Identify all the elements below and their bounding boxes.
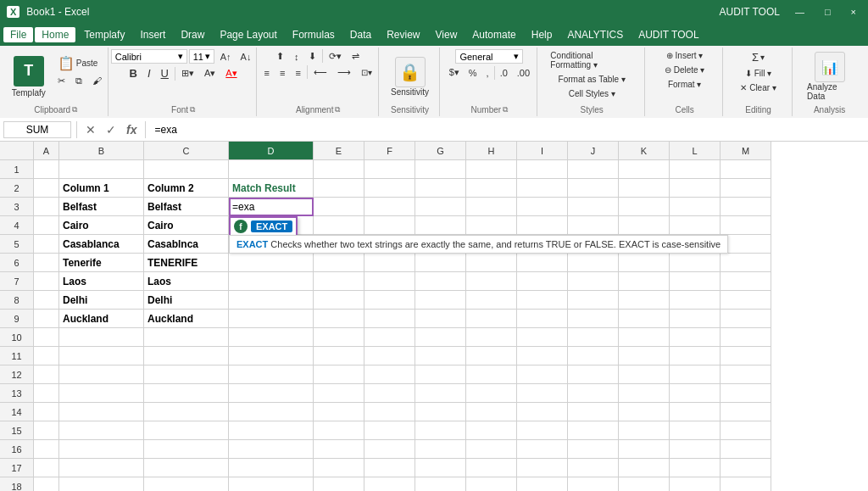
cell-F10[interactable] bbox=[364, 328, 415, 347]
cell-H12[interactable] bbox=[466, 365, 517, 384]
cell-A9[interactable] bbox=[34, 310, 59, 328]
cell-K12[interactable] bbox=[619, 365, 670, 384]
cell-I1[interactable] bbox=[517, 160, 568, 179]
cell-L7[interactable] bbox=[670, 272, 721, 291]
row-header-1[interactable]: 1 bbox=[0, 160, 34, 179]
cell-A10[interactable] bbox=[34, 328, 59, 347]
cell-styles-button[interactable]: Cell Styles ▾ bbox=[565, 87, 620, 100]
cell-I14[interactable] bbox=[517, 403, 568, 421]
cell-A14[interactable] bbox=[34, 403, 59, 421]
col-header-e[interactable]: E bbox=[314, 142, 364, 160]
cell-G15[interactable] bbox=[415, 421, 466, 440]
cell-B15[interactable] bbox=[59, 421, 144, 440]
cell-J1[interactable] bbox=[568, 160, 619, 179]
cell-E13[interactable] bbox=[314, 384, 364, 403]
cell-F2[interactable] bbox=[364, 179, 415, 198]
minimize-btn[interactable]: — bbox=[790, 7, 810, 17]
col-header-h[interactable]: H bbox=[466, 142, 517, 160]
cell-G6[interactable] bbox=[415, 254, 466, 272]
row-header-16[interactable]: 16 bbox=[0, 440, 34, 459]
cell-F17[interactable] bbox=[364, 459, 415, 477]
menu-automate[interactable]: Automate bbox=[465, 27, 522, 42]
row-header-10[interactable]: 10 bbox=[0, 328, 34, 347]
cell-A4[interactable] bbox=[34, 216, 59, 235]
row-header-7[interactable]: 7 bbox=[0, 272, 34, 291]
cell-A12[interactable] bbox=[34, 365, 59, 384]
cell-D6[interactable] bbox=[229, 254, 314, 272]
cell-J12[interactable] bbox=[568, 365, 619, 384]
row-header-4[interactable]: 4 bbox=[0, 216, 34, 235]
col-header-f[interactable]: F bbox=[364, 142, 415, 160]
insert-cells-button[interactable]: ⊕ Insert ▾ bbox=[662, 49, 708, 62]
cell-L9[interactable] bbox=[670, 310, 721, 328]
clear-button[interactable]: ✕ Clear ▾ bbox=[736, 81, 780, 94]
cell-L10[interactable] bbox=[670, 328, 721, 347]
row-header-17[interactable]: 17 bbox=[0, 459, 34, 477]
cell-J15[interactable] bbox=[568, 421, 619, 440]
col-header-i[interactable]: I bbox=[517, 142, 568, 160]
cell-I12[interactable] bbox=[517, 365, 568, 384]
menu-audit-tool[interactable]: AUDIT TOOL bbox=[632, 27, 705, 42]
font-size-select[interactable]: 11▾ bbox=[189, 49, 214, 64]
cell-F7[interactable] bbox=[364, 272, 415, 291]
italic-button[interactable]: I bbox=[143, 65, 155, 81]
cell-J10[interactable] bbox=[568, 328, 619, 347]
cell-E18[interactable] bbox=[314, 477, 364, 491]
menu-data[interactable]: Data bbox=[343, 27, 378, 42]
cell-J11[interactable] bbox=[568, 347, 619, 365]
cell-E8[interactable] bbox=[314, 291, 364, 310]
cell-J18[interactable] bbox=[568, 477, 619, 491]
fill-color-button[interactable]: A▾ bbox=[200, 66, 220, 81]
cell-L13[interactable] bbox=[670, 384, 721, 403]
cell-D18[interactable] bbox=[229, 477, 314, 491]
decrease-font-size[interactable]: A↓ bbox=[236, 50, 256, 64]
cell-I16[interactable] bbox=[517, 440, 568, 459]
paste-button[interactable]: 📋Paste bbox=[53, 53, 106, 73]
maximize-btn[interactable]: □ bbox=[820, 7, 836, 17]
cell-C2[interactable]: Column 2 bbox=[144, 179, 229, 198]
cell-F11[interactable] bbox=[364, 347, 415, 365]
cell-E11[interactable] bbox=[314, 347, 364, 365]
col-header-d[interactable]: D bbox=[229, 142, 314, 160]
copy-button[interactable]: ⧉ bbox=[71, 74, 86, 88]
format-painter-button[interactable]: 🖌 bbox=[88, 74, 106, 88]
row-header-12[interactable]: 12 bbox=[0, 365, 34, 384]
cell-K17[interactable] bbox=[619, 459, 670, 477]
row-header-9[interactable]: 9 bbox=[0, 310, 34, 328]
cell-G18[interactable] bbox=[415, 477, 466, 491]
cell-L14[interactable] bbox=[670, 403, 721, 421]
row-header-8[interactable]: 8 bbox=[0, 291, 34, 310]
cell-K3[interactable] bbox=[619, 198, 670, 216]
cell-B2[interactable]: Column 1 bbox=[59, 179, 144, 198]
menu-templafy[interactable]: Templafy bbox=[77, 27, 131, 42]
cell-H2[interactable] bbox=[466, 179, 517, 198]
row-header-3[interactable]: 3 bbox=[0, 198, 34, 216]
cell-M4[interactable] bbox=[721, 216, 771, 235]
cell-B16[interactable] bbox=[59, 440, 144, 459]
cell-D2[interactable]: Match Result bbox=[229, 179, 314, 198]
cell-K8[interactable] bbox=[619, 291, 670, 310]
align-top[interactable]: ⬆ bbox=[272, 49, 288, 64]
menu-page-layout[interactable]: Page Layout bbox=[213, 27, 283, 42]
cell-D17[interactable] bbox=[229, 459, 314, 477]
cell-J7[interactable] bbox=[568, 272, 619, 291]
cell-A13[interactable] bbox=[34, 384, 59, 403]
cell-C10[interactable] bbox=[144, 328, 229, 347]
number-format-select[interactable]: General▾ bbox=[455, 49, 523, 64]
cell-E7[interactable] bbox=[314, 272, 364, 291]
cell-C17[interactable] bbox=[144, 459, 229, 477]
cell-J16[interactable] bbox=[568, 440, 619, 459]
percent-format[interactable]: % bbox=[465, 66, 481, 80]
cell-H13[interactable] bbox=[466, 384, 517, 403]
col-header-b[interactable]: B bbox=[59, 142, 144, 160]
row-header-2[interactable]: 2 bbox=[0, 179, 34, 198]
templafy-button[interactable]: T Templafy bbox=[6, 53, 52, 100]
confirm-formula-button[interactable]: ✓ bbox=[103, 123, 120, 137]
cell-M1[interactable] bbox=[721, 160, 771, 179]
menu-home[interactable]: Home bbox=[35, 27, 75, 42]
cell-D12[interactable] bbox=[229, 365, 314, 384]
sensitivity-button[interactable]: 🔒 Sensitivity bbox=[385, 54, 435, 99]
cell-G12[interactable] bbox=[415, 365, 466, 384]
menu-insert[interactable]: Insert bbox=[133, 27, 172, 42]
cell-A18[interactable] bbox=[34, 477, 59, 491]
